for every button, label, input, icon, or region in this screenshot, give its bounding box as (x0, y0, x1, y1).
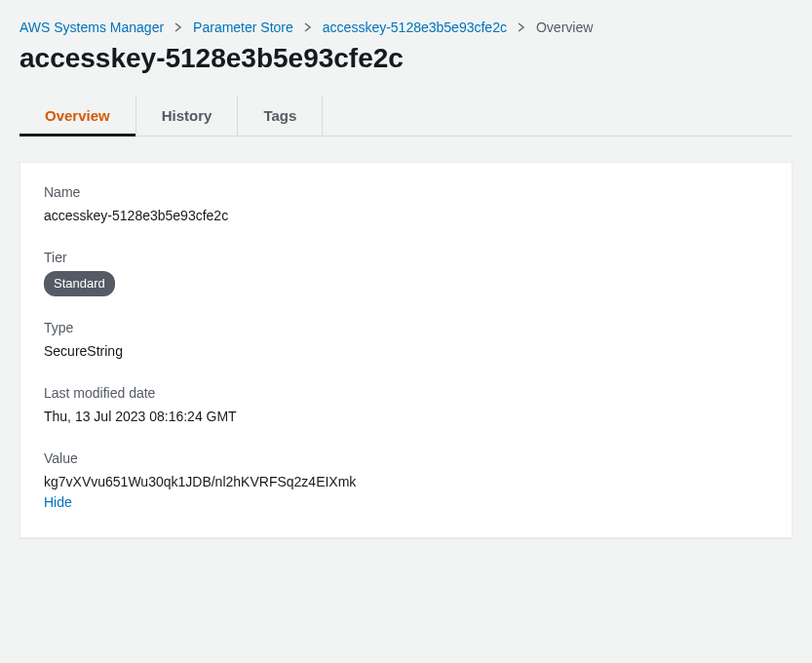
tier-badge: Standard (44, 271, 115, 296)
field-type-value: SecureString (44, 341, 768, 362)
chevron-right-icon (517, 22, 526, 32)
chevron-right-icon (303, 22, 313, 32)
field-type: Type SecureString (44, 320, 768, 362)
breadcrumb-current: Overview (536, 20, 593, 35)
hide-value-link[interactable]: Hide (44, 494, 72, 510)
breadcrumb-link-parameter[interactable]: accesskey-5128e3b5e93cfe2c (323, 20, 507, 35)
field-last-modified-value: Thu, 13 Jul 2023 08:16:24 GMT (44, 407, 768, 427)
field-value-label: Value (44, 450, 768, 466)
field-type-label: Type (44, 320, 768, 335)
field-value: Value kg7vXVvu651Wu30qk1JDB/nl2hKVRFSq2z… (44, 450, 768, 510)
field-last-modified: Last modified date Thu, 13 Jul 2023 08:1… (44, 385, 768, 427)
field-name-label: Name (44, 184, 768, 200)
field-value-value: kg7vXVvu651Wu30qk1JDB/nl2hKVRFSq2z4EIXmk (44, 472, 768, 492)
tab-tags[interactable]: Tags (238, 96, 323, 136)
tabs: Overview History Tags (19, 96, 793, 136)
field-name-value: accesskey-5128e3b5e93cfe2c (44, 206, 768, 226)
tab-history[interactable]: History (136, 96, 239, 136)
field-name: Name accesskey-5128e3b5e93cfe2c (44, 184, 768, 226)
chevron-right-icon (174, 22, 183, 32)
tab-overview[interactable]: Overview (19, 96, 136, 136)
field-tier: Tier Standard (44, 250, 768, 296)
field-tier-label: Tier (44, 250, 768, 265)
details-panel: Name accesskey-5128e3b5e93cfe2c Tier Sta… (19, 162, 793, 538)
page-title: accesskey-5128e3b5e93cfe2c (19, 43, 793, 74)
breadcrumb: AWS Systems Manager Parameter Store acce… (19, 20, 793, 35)
breadcrumb-link-systems-manager[interactable]: AWS Systems Manager (19, 20, 164, 35)
field-last-modified-label: Last modified date (44, 385, 768, 401)
breadcrumb-link-parameter-store[interactable]: Parameter Store (193, 20, 293, 35)
